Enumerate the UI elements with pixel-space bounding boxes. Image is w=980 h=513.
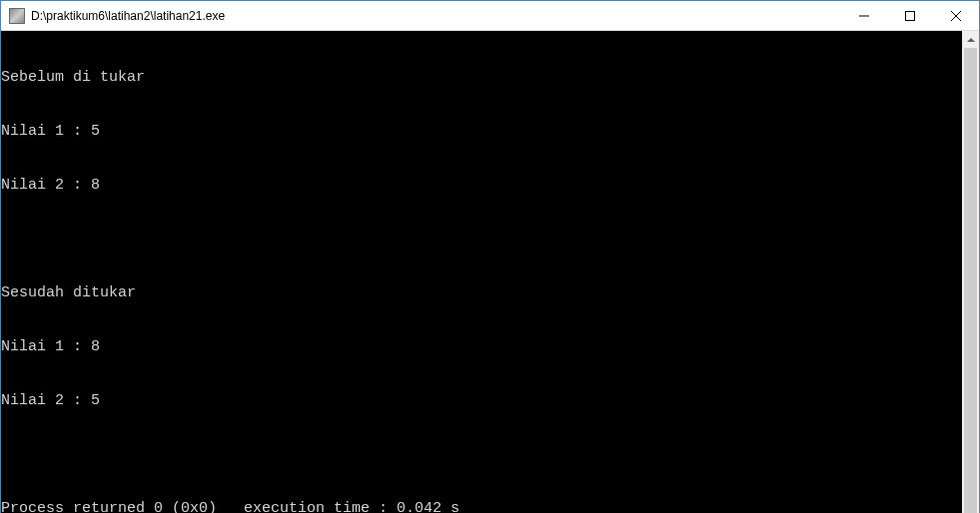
console-line: Process returned 0 (0x0) execution time … <box>1 500 962 513</box>
minimize-button[interactable] <box>841 1 887 30</box>
console-window: D:\praktikum6\latihan2\latihan21.exe <box>0 0 980 513</box>
titlebar[interactable]: D:\praktikum6\latihan2\latihan21.exe <box>1 1 979 31</box>
svg-rect-1 <box>906 11 915 20</box>
scroll-up-button[interactable] <box>962 31 979 48</box>
window-controls <box>841 1 979 30</box>
scrollbar-track[interactable] <box>962 48 979 513</box>
chevron-up-icon <box>967 38 975 42</box>
console-line: Nilai 1 : 8 <box>1 338 962 356</box>
window-title: D:\praktikum6\latihan2\latihan21.exe <box>31 9 841 23</box>
console-line <box>1 446 962 464</box>
console-line <box>1 231 962 249</box>
console-output[interactable]: Sebelum di tukar Nilai 1 : 5 Nilai 2 : 8… <box>1 31 962 513</box>
console-line: Nilai 1 : 5 <box>1 123 962 141</box>
close-icon <box>951 11 961 21</box>
minimize-icon <box>859 11 869 21</box>
console-line: Sebelum di tukar <box>1 69 962 87</box>
maximize-button[interactable] <box>887 1 933 30</box>
console-line: Sesudah ditukar <box>1 284 962 302</box>
console-line: Nilai 2 : 8 <box>1 177 962 195</box>
maximize-icon <box>905 11 915 21</box>
close-button[interactable] <box>933 1 979 30</box>
app-icon <box>9 8 25 24</box>
scrollbar-thumb[interactable] <box>964 48 977 513</box>
content-area: Sebelum di tukar Nilai 1 : 5 Nilai 2 : 8… <box>1 31 979 513</box>
vertical-scrollbar[interactable] <box>962 31 979 513</box>
console-line: Nilai 2 : 5 <box>1 392 962 410</box>
